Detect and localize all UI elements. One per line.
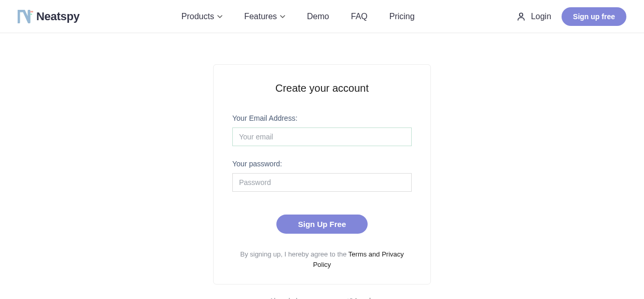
user-icon xyxy=(516,12,526,21)
nav-demo[interactable]: Demo xyxy=(307,12,329,21)
already-have-account: Already have an account? Log in xyxy=(269,297,375,299)
password-label: Your password: xyxy=(232,160,412,168)
signup-free-button[interactable]: Sign Up Free xyxy=(276,215,368,234)
nav-faq-label: FAQ xyxy=(351,12,368,21)
nav-faq[interactable]: FAQ xyxy=(351,12,368,21)
chevron-down-icon xyxy=(217,15,222,18)
logo-text: Neatspy xyxy=(36,10,80,23)
login-inline-link[interactable]: Log in xyxy=(355,297,375,299)
terms-prefix: By signing up, I hereby agree to the xyxy=(240,250,348,258)
nav-products-label: Products xyxy=(181,12,214,21)
chevron-down-icon xyxy=(280,15,285,18)
svg-rect-0 xyxy=(30,11,33,12)
logo[interactable]: Neatspy xyxy=(18,10,80,23)
password-input[interactable] xyxy=(232,173,412,192)
terms-text: By signing up, I hereby agree to the Ter… xyxy=(232,249,412,269)
email-input[interactable] xyxy=(232,127,412,146)
login-label: Login xyxy=(531,12,551,21)
nav-demo-label: Demo xyxy=(307,12,329,21)
nav-features[interactable]: Features xyxy=(244,12,285,21)
nav-pricing-label: Pricing xyxy=(389,12,415,21)
svg-point-2 xyxy=(520,13,523,16)
nav-products[interactable]: Products xyxy=(181,12,222,21)
login-link[interactable]: Login xyxy=(516,12,551,21)
card-title: Create your account xyxy=(232,82,412,94)
header: Neatspy Products Features Demo FAQ Prici… xyxy=(0,0,644,33)
svg-rect-1 xyxy=(30,13,32,15)
signup-card: Create your account Your Email Address: … xyxy=(213,64,431,284)
main-nav: Products Features Demo FAQ Pricing xyxy=(181,12,415,21)
nav-pricing[interactable]: Pricing xyxy=(389,12,415,21)
already-prefix: Already have an account? xyxy=(269,297,355,299)
header-right: Login Sign up free xyxy=(516,7,626,26)
nav-features-label: Features xyxy=(244,12,277,21)
signup-button[interactable]: Sign up free xyxy=(562,7,626,26)
logo-mark-icon xyxy=(18,10,33,23)
main-content: Create your account Your Email Address: … xyxy=(0,33,644,299)
email-label: Your Email Address: xyxy=(232,114,412,122)
submit-wrap: Sign Up Free xyxy=(232,215,412,234)
